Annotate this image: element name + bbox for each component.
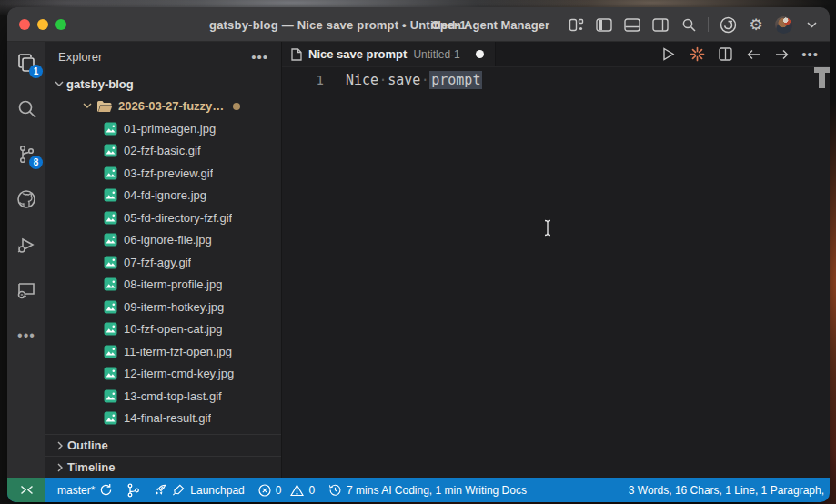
file-name: 08-iterm-profile.jpg <box>124 277 222 291</box>
close-window-button[interactable] <box>19 19 30 30</box>
file-name: 02-fzf-basic.gif <box>124 144 201 157</box>
timeline-section-header[interactable]: Timeline <box>45 456 281 478</box>
file-name: 05-fd-directory-fzf.gif <box>124 211 232 225</box>
customize-layout-icon[interactable] <box>567 15 585 34</box>
remote-explorer-view-icon[interactable] <box>15 278 38 302</box>
image-file-icon <box>104 345 117 358</box>
activity-bar: 1 8 <box>7 42 45 478</box>
outline-section-header[interactable]: Outline <box>45 434 281 456</box>
source-control-view-icon[interactable]: 8 <box>15 142 38 166</box>
traffic-lights <box>19 19 66 30</box>
image-file-icon <box>104 166 117 180</box>
chevron-collapsed-icon <box>53 463 67 472</box>
minimize-window-button[interactable] <box>37 19 48 30</box>
error-count: 0 <box>276 484 282 497</box>
whitespace-dot <box>378 72 388 88</box>
chevron-down-icon[interactable] <box>802 15 821 34</box>
launchpad-label: Launchpad <box>190 484 244 497</box>
navigate-forward-icon[interactable] <box>773 46 790 63</box>
whitespace-dot <box>420 72 429 88</box>
run-file-icon[interactable] <box>660 46 677 63</box>
claude-starburst-icon[interactable] <box>689 46 705 63</box>
tree-item-root-folder[interactable]: gatsby-blog <box>45 73 281 96</box>
image-file-icon <box>104 256 117 269</box>
more-editor-actions-icon[interactable]: ••• <box>801 46 819 62</box>
code-line-1: 1 Nicesaveprompt <box>282 70 830 90</box>
image-file-icon <box>104 188 117 202</box>
tree-item-file[interactable]: 05-fd-directory-fzf.gif <box>45 207 281 229</box>
split-editor-icon[interactable] <box>717 46 733 63</box>
source-control-graph-status[interactable] <box>126 483 140 498</box>
git-branch-status[interactable]: master* <box>57 483 113 497</box>
window-title: gatsby-blog — Nice save prompt • Untitle… <box>209 7 467 42</box>
problems-status[interactable]: 0 0 <box>258 484 315 497</box>
image-file-icon <box>104 122 117 136</box>
file-name: 03-fzf-preview.gif <box>124 166 213 180</box>
explorer-more-actions-icon[interactable]: ••• <box>251 49 268 65</box>
code-area[interactable]: 1 Nicesaveprompt <box>282 67 830 478</box>
tree-item-file[interactable]: 03-fzf-preview.gif <box>45 162 281 185</box>
tree-item-file[interactable]: 01-primeagen.jpg <box>45 117 281 140</box>
search-icon[interactable] <box>680 15 698 34</box>
word-count-status[interactable]: 3 Words, 16 Chars, 1 Line, 1 Paragraph, <box>629 484 824 497</box>
launchpad-status[interactable]: Launchpad <box>154 483 244 497</box>
warning-count: 0 <box>308 484 315 497</box>
file-name: 14-final-result.gif <box>124 411 211 425</box>
rocket-icon <box>154 483 167 497</box>
image-file-icon <box>104 300 117 314</box>
titlebar-separator <box>708 17 709 32</box>
scrollbar-thumb[interactable] <box>819 73 825 88</box>
explorer-view-icon[interactable]: 1 <box>15 51 38 75</box>
image-file-icon <box>104 322 117 336</box>
tree-item-file[interactable]: 14-final-result.gif <box>45 408 281 430</box>
navigate-back-icon[interactable] <box>745 46 761 63</box>
image-file-icon <box>104 367 117 380</box>
paintbrush-icon <box>172 483 186 497</box>
zoom-window-button[interactable] <box>55 19 66 30</box>
more-views-icon[interactable]: ••• <box>15 324 38 348</box>
run-debug-view-icon[interactable] <box>15 233 38 257</box>
chevron-collapsed-icon <box>53 441 67 450</box>
toggle-primary-sidebar-icon[interactable] <box>595 15 613 34</box>
tree-item-file[interactable]: 02-fzf-basic.gif <box>45 140 281 163</box>
root-folder-name: gatsby-blog <box>66 77 134 91</box>
unsaved-changes-dot[interactable] <box>476 50 484 58</box>
tree-item-file[interactable]: 13-cmd-top-last.gif <box>45 385 281 408</box>
toggle-secondary-sidebar-icon[interactable] <box>651 15 670 34</box>
remote-indicator[interactable] <box>7 478 45 502</box>
tree-item-subfolder[interactable]: 2026-03-27-fuzzy… <box>45 96 281 118</box>
tree-item-file[interactable]: 11-iterm-fzf-open.jpg <box>45 340 281 363</box>
sync-changes-icon <box>99 483 113 497</box>
file-list: 01-primeagen.jpg 02-fzf-basi <box>45 117 281 429</box>
tree-item-file[interactable]: 10-fzf-open-cat.jpg <box>45 318 281 341</box>
settings-gear-icon[interactable]: ⚙ <box>747 15 765 34</box>
tree-item-file[interactable]: 08-iterm-profile.jpg <box>45 274 281 297</box>
tree-item-file[interactable]: 09-iterm-hotkey.jpg <box>45 296 281 318</box>
file-name: 10-fzf-open-cat.jpg <box>124 322 222 336</box>
branch-label: master* <box>57 484 95 497</box>
editor-group: Nice save prompt Untitled-1 <box>282 42 830 478</box>
file-name: 09-iterm-hotkey.jpg <box>124 300 224 314</box>
time-stats-label: 7 mins AI Coding, 1 min Writing Docs <box>347 484 527 497</box>
open-agent-manager-button[interactable]: Open Agent Manager <box>431 18 549 32</box>
ibeam-mouse-cursor <box>543 219 552 237</box>
image-file-icon <box>104 389 117 403</box>
tab-nice-save-prompt[interactable]: Nice save prompt Untitled-1 <box>282 42 496 66</box>
sidebar-title: Explorer <box>58 50 102 64</box>
subfolder-name: 2026-03-27-fuzzy… <box>118 99 224 113</box>
code-word: Nice <box>346 72 378 88</box>
tab-title: Nice save prompt <box>308 47 407 61</box>
account-avatar[interactable] <box>775 16 792 34</box>
titlebar: gatsby-blog — Nice save prompt • Untitle… <box>7 7 830 42</box>
file-name: 01-primeagen.jpg <box>124 122 216 136</box>
toggle-panel-icon[interactable] <box>623 15 641 34</box>
tree-item-file[interactable]: 07-fzf-agy.gif <box>45 251 281 274</box>
tree-item-file[interactable]: 12-iterm-cmd-key.jpg <box>45 363 281 386</box>
browser-logo-icon[interactable] <box>719 15 737 34</box>
tree-item-file[interactable]: 06-ignore-file.jpg <box>45 229 281 252</box>
github-view-icon[interactable] <box>15 187 38 211</box>
search-view-icon[interactable] <box>15 96 38 120</box>
warnings-icon <box>290 484 304 497</box>
tree-item-file[interactable]: 04-fd-ignore.jpg <box>45 185 281 207</box>
time-tracking-status[interactable]: 7 mins AI Coding, 1 min Writing Docs <box>328 483 527 497</box>
